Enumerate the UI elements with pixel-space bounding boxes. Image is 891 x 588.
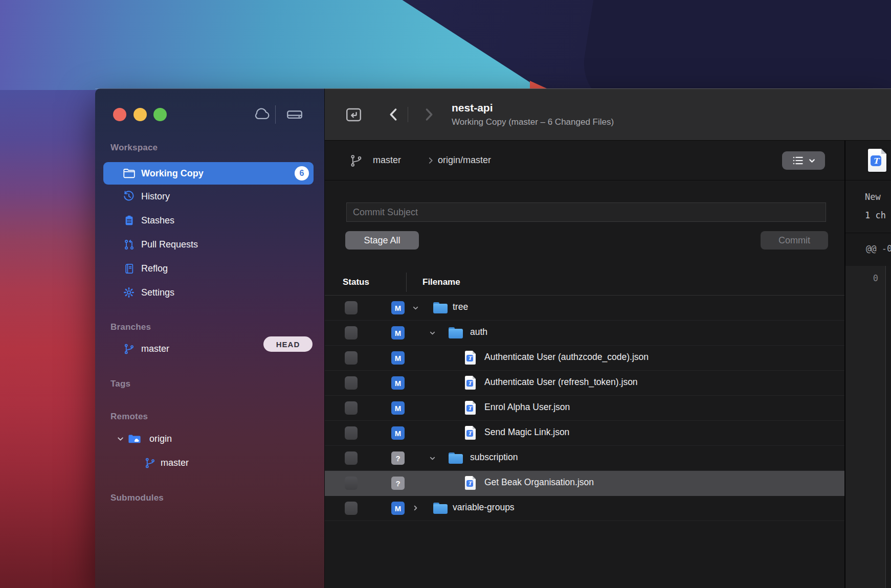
stage-checkbox[interactable] bbox=[345, 477, 358, 490]
chevron-right-icon[interactable] bbox=[412, 504, 419, 512]
table-row-file[interactable]: M T Send Magic Link.json bbox=[325, 421, 844, 446]
chevron-down-icon[interactable] bbox=[429, 455, 436, 462]
chevron-down-icon[interactable] bbox=[429, 329, 436, 337]
file-list: M tree M bbox=[325, 296, 844, 521]
app-window: Workspace Working Copy 6 bbox=[95, 88, 891, 588]
stage-checkbox[interactable] bbox=[345, 376, 358, 390]
folder-name: subscription bbox=[470, 452, 518, 463]
sidebar-item-stashes[interactable]: Stashes bbox=[103, 209, 314, 232]
branch-name: master bbox=[141, 344, 169, 354]
clipboard-icon bbox=[122, 214, 136, 227]
nav-divider bbox=[408, 107, 408, 122]
repo-title: nest-api bbox=[452, 102, 493, 114]
folder-icon bbox=[433, 302, 448, 313]
chevron-down-icon[interactable] bbox=[116, 435, 125, 443]
sidebar-item-branch-master[interactable]: master HEAD bbox=[103, 337, 314, 360]
stage-checkbox[interactable] bbox=[345, 426, 358, 440]
status-badge: M bbox=[391, 351, 405, 365]
folder-name: variable-groups bbox=[453, 502, 515, 513]
wallpaper-left-gradient bbox=[0, 90, 102, 588]
pull-request-icon bbox=[122, 238, 136, 251]
branch-icon bbox=[122, 342, 136, 355]
status-badge: M bbox=[391, 326, 405, 340]
stage-checkbox[interactable] bbox=[345, 451, 358, 465]
screenshot: Workspace Working Copy 6 bbox=[0, 0, 891, 588]
toolbar-divider bbox=[275, 105, 276, 124]
file-name: Enrol Alpha User.json bbox=[484, 402, 570, 413]
table-row-auth[interactable]: M auth bbox=[325, 321, 844, 346]
stage-checkbox[interactable] bbox=[345, 401, 358, 415]
folder-icon bbox=[449, 327, 463, 338]
sidebar-item-remote-origin[interactable]: origin bbox=[103, 427, 314, 450]
cloud-icon[interactable] bbox=[253, 105, 271, 124]
diff-change-summary: 1 ch bbox=[865, 210, 886, 220]
table-row-file-selected[interactable]: ? T Get Beak Organisation.json bbox=[325, 471, 844, 496]
branches-header: Branches bbox=[110, 322, 151, 332]
commit-subject-input[interactable] bbox=[346, 202, 826, 222]
table-row-file[interactable]: M T Authenticate User (authzcode_code).j… bbox=[325, 346, 844, 371]
diff-panel: T New 1 ch @@ -0 0 bbox=[844, 141, 891, 588]
content-area: master origin/master bbox=[325, 141, 891, 588]
main-panel: nest-api Working Copy (master – 6 Change… bbox=[324, 88, 891, 588]
file-name: Send Magic Link.json bbox=[484, 427, 569, 438]
sidebar-item-settings[interactable]: Settings bbox=[103, 281, 314, 304]
tags-header: Tags bbox=[110, 379, 130, 389]
file-panel: master origin/master bbox=[325, 141, 844, 588]
repository-icon[interactable] bbox=[344, 105, 363, 124]
stage-checkbox[interactable] bbox=[345, 502, 358, 515]
json-file-icon: T bbox=[868, 149, 886, 172]
file-name: Authenticate User (refresh_token).json bbox=[484, 377, 638, 388]
json-file-icon: T bbox=[465, 401, 476, 415]
folder-icon bbox=[433, 503, 448, 514]
file-name: Authenticate User (authzcode_code).json bbox=[484, 352, 649, 363]
file-name: Get Beak Organisation.json bbox=[484, 477, 594, 488]
diff-file-header: T bbox=[845, 141, 891, 180]
sidebar-item-working-copy[interactable]: Working Copy 6 bbox=[103, 162, 314, 185]
forward-button[interactable] bbox=[420, 106, 437, 123]
hunk-header-text: @@ -0 bbox=[866, 243, 891, 254]
filename-column-header[interactable]: Filename bbox=[422, 277, 460, 287]
minimize-window-button[interactable] bbox=[133, 108, 147, 121]
sidebar-item-history[interactable]: History bbox=[103, 185, 314, 208]
status-column-header[interactable]: Status bbox=[343, 277, 369, 287]
remote-name: origin bbox=[149, 434, 172, 444]
zoom-window-button[interactable] bbox=[153, 108, 167, 121]
sidebar-item-label: Reflog bbox=[141, 263, 168, 274]
breadcrumb-upstream-branch[interactable]: origin/master bbox=[438, 155, 491, 166]
branch-icon bbox=[143, 456, 157, 469]
history-icon bbox=[122, 190, 136, 203]
folder-icon bbox=[122, 167, 136, 180]
stage-all-button[interactable]: Stage All bbox=[345, 231, 419, 250]
view-mode-dropdown-button[interactable] bbox=[782, 151, 825, 170]
branch-icon bbox=[349, 154, 363, 168]
table-row-variable-groups[interactable]: M variable-groups bbox=[325, 496, 844, 521]
breadcrumb-current-branch[interactable]: master bbox=[373, 155, 401, 166]
stage-checkbox[interactable] bbox=[345, 326, 358, 340]
diff-file-state: New bbox=[865, 192, 881, 202]
head-badge: HEAD bbox=[263, 336, 313, 352]
stage-checkbox[interactable] bbox=[345, 351, 358, 365]
status-badge: M bbox=[391, 401, 405, 415]
stage-checkbox[interactable] bbox=[345, 301, 358, 314]
changed-files-count-badge: 6 bbox=[295, 166, 309, 180]
diff-line-number-gutter: 0 bbox=[845, 266, 886, 588]
chevron-down-icon[interactable] bbox=[412, 304, 419, 312]
submodules-header: Submodules bbox=[110, 493, 164, 503]
drive-icon[interactable] bbox=[285, 105, 304, 124]
column-divider[interactable] bbox=[406, 273, 407, 292]
gear-icon bbox=[122, 286, 136, 299]
table-row-file[interactable]: M T Enrol Alpha User.json bbox=[325, 396, 844, 421]
sidebar-item-pull-requests[interactable]: Pull Requests bbox=[103, 233, 314, 256]
table-row-file[interactable]: M T Authenticate User (refresh_token).js… bbox=[325, 371, 844, 396]
table-row-subscription[interactable]: ? subscription bbox=[325, 446, 844, 471]
json-file-icon: T bbox=[465, 351, 476, 365]
folder-name: auth bbox=[470, 327, 487, 337]
back-button[interactable] bbox=[385, 106, 403, 123]
sidebar-item-reflog[interactable]: Reflog bbox=[103, 257, 314, 280]
sidebar-item-remote-branch-master[interactable]: master bbox=[103, 451, 314, 474]
title-bar: nest-api Working Copy (master – 6 Change… bbox=[325, 88, 891, 141]
commit-button[interactable]: Commit bbox=[761, 231, 828, 250]
close-window-button[interactable] bbox=[113, 108, 126, 121]
chevron-right-icon bbox=[426, 156, 435, 165]
table-row-tree[interactable]: M tree bbox=[325, 296, 844, 321]
